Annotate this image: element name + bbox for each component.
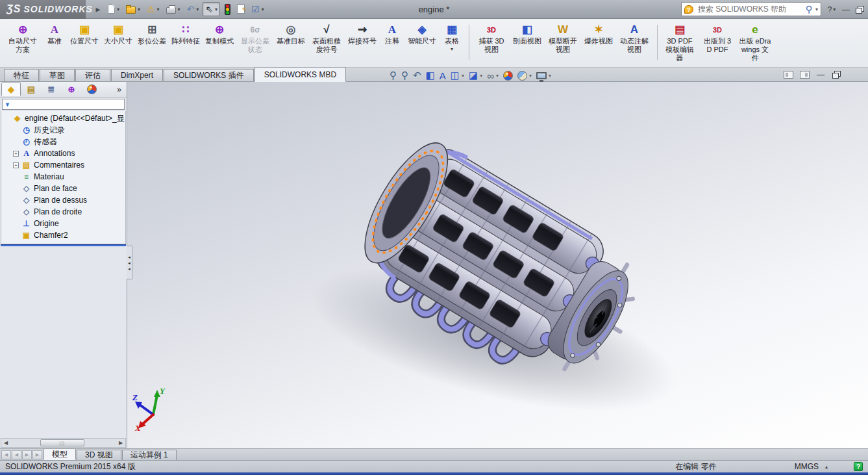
headsup-button[interactable]: ⚲ — [390, 70, 397, 81]
command-tab[interactable]: DimXpert — [111, 69, 163, 81]
scroll-right-icon[interactable]: ▶ — [116, 440, 125, 446]
ribbon-button[interactable]: ⊞ 形位公差 — [135, 21, 169, 65]
quick-access-button[interactable] — [164, 3, 183, 16]
feature-tree-item[interactable]: A Annotations — [3, 148, 125, 159]
feature-tree-item[interactable]: ▤ Commentaires — [3, 159, 125, 171]
document-window-button[interactable] — [783, 70, 793, 80]
ribbon-button[interactable]: 6σ 显示公差状态 — [236, 21, 274, 65]
window-button[interactable]: ? — [826, 3, 837, 16]
tree-expander-icon[interactable] — [13, 151, 19, 157]
panel-tab[interactable]: ≣ — [42, 83, 61, 96]
headsup-button[interactable]: ◫ — [451, 70, 464, 81]
ribbon-button[interactable]: ⊕ 复制模式 — [203, 21, 236, 65]
ribbon-button[interactable]: ⊕ 自动尺寸方案 — [4, 21, 42, 65]
search-dropdown-icon[interactable]: ▾ — [815, 6, 818, 12]
sheet-nav-button[interactable]: ◀ — [12, 450, 21, 459]
ribbon-button[interactable]: 3D 出版到 3D PDF — [699, 21, 736, 65]
command-tab[interactable]: 草图 — [40, 69, 75, 81]
model-canvas[interactable] — [127, 82, 868, 448]
feature-tree-item[interactable]: ◇ Plan de dessus — [3, 194, 125, 206]
command-tab[interactable]: SOLIDWORKS MBD — [254, 67, 346, 82]
panel-horizontal-scrollbar[interactable]: ◀ ||| ▶ — [1, 438, 126, 448]
panel-tab[interactable] — [82, 83, 101, 96]
ribbon-button[interactable]: ▣ 位置尺寸 — [68, 21, 101, 65]
feature-tree-item[interactable]: ≡ Materiau — [3, 171, 125, 183]
ribbon-button[interactable]: ▦ 表格 — [439, 21, 465, 65]
ribbon-button[interactable]: ◎ 基准目标 — [274, 21, 308, 65]
document-window-button[interactable] — [832, 70, 842, 80]
panel-overflow-chevron[interactable]: » — [117, 85, 125, 94]
ribbon-button[interactable]: ✶ 爆炸视图 — [582, 21, 615, 65]
sheet-tab[interactable]: 运动算例 1 — [122, 450, 177, 460]
ribbon-button[interactable]: e 出版 eDrawings 文件 — [736, 21, 774, 65]
command-tab[interactable]: 评估 — [75, 69, 110, 81]
panel-tab[interactable]: ⊕ — [62, 83, 81, 96]
search-input[interactable] — [697, 4, 802, 14]
status-help-icon[interactable] — [854, 462, 863, 471]
headsup-button[interactable]: ∞ — [487, 70, 499, 81]
ribbon-button[interactable]: ▤ 3D PDF 模板编辑器 — [661, 21, 699, 65]
ribbon-button[interactable]: ◧ 剖面视图 — [510, 21, 544, 65]
panel-splitter-handle[interactable] — [127, 246, 132, 279]
feature-tree-item[interactable]: ▣ Chamfer2 — [3, 229, 125, 241]
sheet-tab[interactable]: 3D 视图 — [77, 450, 121, 460]
ribbon-button[interactable]: 3D 捕获 3D 视图 — [473, 21, 510, 65]
headsup-button[interactable]: ◧ — [426, 70, 435, 81]
window-button[interactable]: — — [841, 3, 851, 16]
units-dropdown[interactable]: MMGS — [795, 462, 828, 471]
ribbon-button[interactable]: √ 表面粗糙度符号 — [308, 21, 345, 65]
headsup-button[interactable] — [517, 71, 532, 81]
ribbon-button[interactable]: ⇝ 焊接符号 — [345, 21, 379, 65]
surface-finish-icon: √ — [323, 23, 329, 37]
ribbon-button[interactable]: ▣ 大小尺寸 — [101, 21, 135, 65]
panel-tab[interactable]: ◆ — [1, 83, 21, 96]
graphics-viewport[interactable]: Z Y X — [127, 82, 868, 448]
save-icon: ⚠ — [147, 4, 155, 14]
tree-filter-input[interactable]: ▼ — [2, 99, 125, 110]
sheet-nav-button[interactable]: ◀ — [1, 450, 11, 459]
search-box[interactable]: ⚲ ▾ — [681, 2, 821, 16]
document-window-button[interactable] — [799, 70, 810, 80]
panel-tab[interactable]: ▤ — [21, 83, 41, 96]
ribbon-button[interactable]: A 动态注解视图 — [615, 21, 653, 65]
quick-access-button[interactable] — [221, 2, 233, 17]
feature-tree-item[interactable]: ◴ 传感器 — [3, 136, 125, 148]
headsup-button[interactable] — [503, 71, 513, 81]
scroll-left-icon[interactable]: ◀ — [1, 440, 10, 446]
quick-access-button[interactable] — [123, 3, 143, 16]
sheet-nav-button[interactable]: ▶ — [32, 450, 42, 459]
headsup-button[interactable]: ⚲ — [401, 70, 408, 81]
headsup-button[interactable]: A — [440, 70, 446, 81]
headsup-button[interactable]: ◪ — [469, 70, 482, 81]
sheet-nav-button[interactable]: ▶ — [22, 450, 32, 459]
ribbon-button[interactable]: W 模型断开视图 — [544, 21, 582, 65]
window-button[interactable] — [855, 3, 865, 16]
feature-tree-item[interactable]: ⊥ Origine — [3, 218, 125, 229]
feature-tree-item[interactable]: ◷ 历史记录 — [3, 124, 125, 136]
scrollbar-thumb[interactable]: ||| — [40, 439, 84, 446]
quick-access-button[interactable]: ☑ — [249, 2, 267, 16]
search-icon[interactable]: ⚲ — [806, 4, 812, 14]
feature-tree-item[interactable]: ◇ Plan de droite — [3, 206, 125, 218]
feature-tree-item[interactable]: ◇ Plan de face — [3, 183, 125, 194]
command-tab[interactable]: SOLIDWORKS 插件 — [164, 69, 254, 81]
headsup-button[interactable] — [536, 71, 551, 79]
feature-tree-item[interactable]: ◆ engine (Défaut<<Défaut>_显 — [3, 112, 125, 124]
quick-access-button[interactable]: ▸ — [92, 2, 104, 16]
quick-access-button[interactable]: ⇖ — [203, 2, 220, 16]
quick-access-button[interactable]: ⚠ — [144, 2, 162, 16]
document-window-button[interactable]: — — [815, 70, 826, 80]
ribbon-button[interactable]: ◈ 智能尺寸 — [405, 21, 439, 65]
quick-access-button[interactable] — [234, 3, 247, 16]
quick-access-button[interactable]: ↶ — [184, 2, 202, 16]
ribbon-button[interactable]: A 注释 — [379, 21, 405, 65]
sheet-tab[interactable]: 模型 — [43, 448, 76, 460]
ribbon-button[interactable]: ∷ 阵列特征 — [169, 21, 203, 65]
solidworks-window: { "titlebar": { "logo_prefix": "ƷS", "lo… — [0, 0, 868, 475]
quick-access-button[interactable] — [105, 3, 122, 16]
command-tab[interactable]: 特征 — [4, 69, 39, 81]
nav-next-icon: ▶ — [25, 452, 29, 457]
headsup-button[interactable]: ↶ — [413, 70, 421, 81]
tree-expander-icon[interactable] — [13, 162, 19, 168]
ribbon-button[interactable]: A 基准 — [42, 21, 68, 65]
